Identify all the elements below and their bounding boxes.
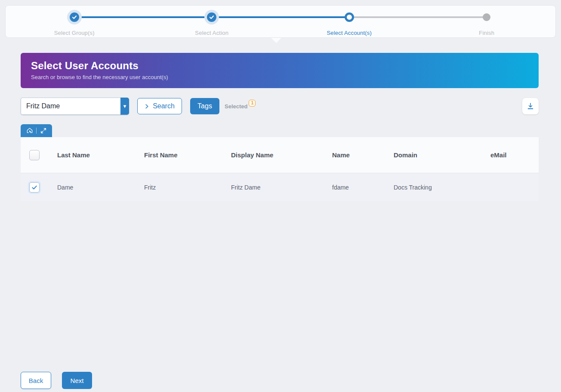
- step-select-groups[interactable]: Select Group(s): [6, 6, 143, 37]
- page-header-banner: Select User Accounts Search or browse to…: [21, 53, 539, 88]
- selected-label: Selected: [225, 103, 247, 110]
- selected-indicator: Selected1: [225, 103, 256, 110]
- accounts-table: Last Name First Name Display Name Name D…: [21, 137, 539, 201]
- search-button-label: Search: [153, 102, 175, 110]
- step-finish[interactable]: Finish: [418, 6, 556, 37]
- search-input[interactable]: [21, 98, 120, 115]
- page-title: Select User Accounts: [31, 60, 528, 72]
- row-checkbox[interactable]: [29, 182, 40, 193]
- next-button[interactable]: Next: [62, 372, 92, 389]
- back-button[interactable]: Back: [21, 372, 51, 389]
- column-header-email[interactable]: eMail: [490, 151, 539, 159]
- expand-diagonal-icon: [40, 127, 47, 134]
- step-active-dot: [345, 12, 354, 22]
- wizard-stepper: Select Group(s) Select Action Select Acc…: [5, 5, 556, 38]
- column-header-first-name[interactable]: First Name: [144, 151, 231, 159]
- step-label: Select Action: [143, 30, 281, 36]
- grid-toolbar: [21, 124, 52, 137]
- caret-down-icon: ▼: [123, 104, 127, 109]
- step-completed-check-icon: [70, 12, 79, 22]
- search-combo: ▼: [21, 98, 129, 115]
- chevron-right-icon: [145, 104, 149, 109]
- select-home-tool[interactable]: [26, 127, 33, 135]
- table-row[interactable]: Dame Fritz Fritz Dame fdame Docs Trackin…: [21, 173, 539, 201]
- step-completed-check-icon: [207, 12, 216, 22]
- tags-button[interactable]: Tags: [190, 98, 219, 114]
- column-header-display-name[interactable]: Display Name: [231, 151, 332, 159]
- cell-name: fdame: [332, 184, 394, 191]
- search-dropdown-button[interactable]: ▼: [120, 98, 129, 115]
- step-label: Select Account(s): [280, 30, 418, 36]
- column-header-last-name[interactable]: Last Name: [57, 151, 144, 159]
- select-all-checkbox[interactable]: [29, 150, 40, 160]
- column-header-domain[interactable]: Domain: [394, 151, 490, 159]
- cell-first-name: Fritz: [144, 184, 231, 191]
- step-label: Finish: [418, 30, 556, 36]
- step-upcoming-dot: [483, 13, 490, 21]
- search-controls: ▼ Search Tags Selected1: [21, 98, 539, 115]
- toolbar-divider: [36, 128, 37, 134]
- expand-tool[interactable]: [40, 127, 47, 135]
- cell-domain: Docs Tracking: [394, 184, 490, 191]
- search-button[interactable]: Search: [137, 98, 182, 114]
- step-select-action[interactable]: Select Action: [143, 6, 281, 37]
- table-header-row: Last Name First Name Display Name Name D…: [21, 137, 539, 173]
- column-header-name[interactable]: Name: [332, 151, 394, 159]
- selected-count-badge: 1: [249, 100, 256, 107]
- cell-display-name: Fritz Dame: [231, 184, 332, 191]
- download-button[interactable]: [522, 98, 539, 114]
- cell-last-name: Dame: [57, 184, 144, 191]
- step-select-accounts[interactable]: Select Account(s): [280, 6, 418, 37]
- download-icon: [527, 102, 534, 110]
- page-subtitle: Search or browse to find the necessary u…: [31, 74, 528, 80]
- home-pointer-icon: [26, 127, 33, 134]
- step-label: Select Group(s): [6, 30, 143, 36]
- stepper-pointer-notch: [271, 38, 281, 43]
- checkmark-icon: [31, 184, 37, 190]
